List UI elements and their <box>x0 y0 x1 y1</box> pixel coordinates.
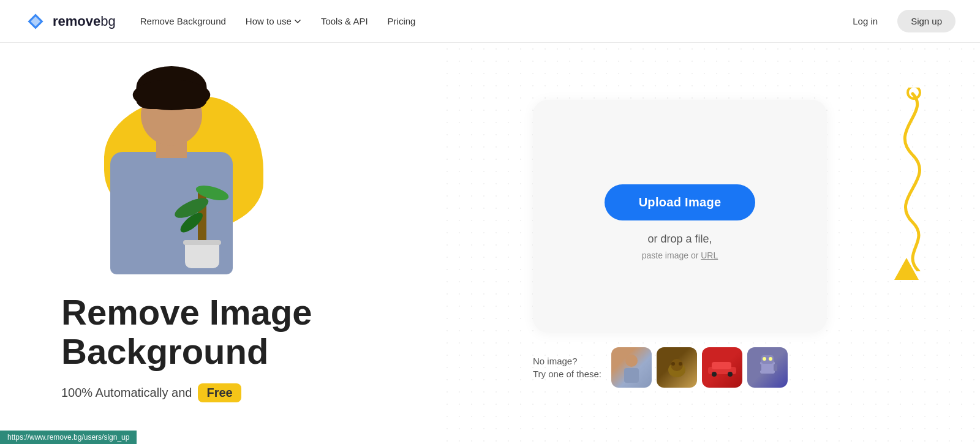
upload-dropzone[interactable]: Upload Image or drop a file, paste image… <box>533 100 827 333</box>
svg-rect-6 <box>624 368 639 383</box>
svg-rect-12 <box>712 362 731 369</box>
hero-left: Remove Image Background 100% Automatical… <box>61 85 429 402</box>
free-badge: Free <box>198 383 241 402</box>
logo[interactable]: removebg <box>24 10 116 32</box>
nav-right: Log in Sign up <box>843 10 956 32</box>
svg-point-17 <box>763 357 766 361</box>
main-content: Remove Image Background 100% Automatical… <box>0 43 980 444</box>
nav-tools-api[interactable]: Tools & API <box>321 16 368 26</box>
sample-thumb-car[interactable] <box>702 347 742 388</box>
svg-point-10 <box>679 362 682 366</box>
chevron-down-icon <box>294 18 301 25</box>
samples-label: No image? Try one of these: <box>533 355 601 380</box>
nav-how-to-use[interactable]: How to use <box>246 16 301 26</box>
svg-point-5 <box>625 355 638 367</box>
sample-thumb-person[interactable] <box>611 347 652 388</box>
sample-thumb-robot[interactable] <box>747 347 788 388</box>
logo-icon <box>24 10 47 32</box>
paste-text: paste image or URL <box>642 250 718 260</box>
svg-point-9 <box>671 362 675 366</box>
hero-image-container <box>86 85 282 274</box>
sample-thumb-animal[interactable] <box>657 347 697 388</box>
url-link[interactable]: URL <box>701 250 718 260</box>
samples-section: No image? Try one of these: <box>533 347 827 388</box>
svg-point-13 <box>712 372 717 377</box>
nav-pricing[interactable]: Pricing <box>388 16 416 26</box>
navbar: removebg Remove Background How to use To… <box>0 0 980 43</box>
svg-rect-20 <box>774 364 777 371</box>
svg-point-14 <box>728 372 733 377</box>
svg-marker-4 <box>894 258 919 280</box>
signup-button[interactable]: Sign up <box>897 10 956 32</box>
nav-left: removebg Remove Background How to use To… <box>24 10 415 32</box>
svg-point-18 <box>769 357 772 361</box>
hero-right: Upload Image or drop a file, paste image… <box>429 100 931 388</box>
triangle-decoration <box>894 258 919 280</box>
nav-links: Remove Background How to use Tools & API… <box>140 16 416 26</box>
hero-headline: Remove Image Background <box>61 293 429 371</box>
squiggle-decoration <box>876 88 949 271</box>
upload-image-button[interactable]: Upload Image <box>605 184 756 220</box>
nav-remove-background[interactable]: Remove Background <box>140 16 226 26</box>
login-button[interactable]: Log in <box>843 11 888 31</box>
logo-text: removebg <box>53 13 116 29</box>
status-bar: https://www.remove.bg/users/sign_up <box>0 431 137 444</box>
sample-thumbs <box>611 347 788 388</box>
drop-text: or drop a file, <box>647 233 712 246</box>
hero-subtitle: 100% Automatically and Free <box>61 383 429 402</box>
svg-rect-19 <box>758 364 761 371</box>
